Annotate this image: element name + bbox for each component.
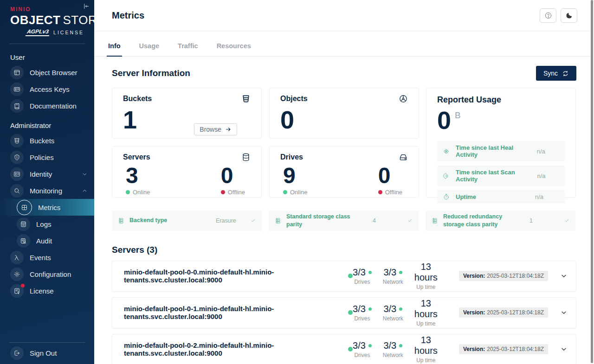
content: Server Information Sync Buckets 1 xyxy=(94,57,594,364)
sidebar-item-configuration[interactable]: Configuration xyxy=(0,266,94,282)
reported-usage-title: Reported Usage xyxy=(437,95,565,105)
tab-resources[interactable]: Resources xyxy=(215,37,252,57)
sign-out-label: Sign Out xyxy=(30,349,57,357)
server-row-1[interactable]: minio-default-pool-0-1.minio-default-hl.… xyxy=(112,297,576,328)
documentation-icon xyxy=(10,99,24,113)
sidebar-item-monitoring[interactable]: Monitoring xyxy=(0,182,94,199)
online-dot xyxy=(283,190,287,194)
version-badge: Version: 2025-03-12T18:04:18Z xyxy=(459,307,548,318)
section-label-administrator: Administrator xyxy=(0,114,94,132)
offline-dot xyxy=(378,190,382,194)
expand-chevron-icon[interactable] xyxy=(560,272,568,280)
sidebar-divider xyxy=(9,44,85,44)
sidebar-item-label: Configuration xyxy=(30,270,71,278)
objects-card-title: Objects xyxy=(280,95,308,103)
sign-out-button[interactable]: Sign Out xyxy=(0,345,94,361)
uptime-stat: 13 hours Up time xyxy=(414,335,438,364)
sidebar-item-label: Policies xyxy=(30,153,54,161)
bucket-icon xyxy=(10,134,24,147)
logs-icon xyxy=(17,217,30,231)
server-endpoint: minio-default-pool-0-0.minio-default-hl.… xyxy=(124,268,344,284)
sidebar-item-label: Access Keys xyxy=(30,85,70,93)
section-label-user: User xyxy=(0,46,94,64)
server-row-2[interactable]: minio-default-pool-0-2.minio-default-hl.… xyxy=(112,334,576,364)
sidebar-collapse-icon[interactable] xyxy=(83,3,90,10)
reported-usage-unit: B xyxy=(455,110,461,121)
sidebar-item-metrics[interactable]: Metrics xyxy=(0,199,94,216)
help-button[interactable] xyxy=(540,8,556,23)
id-card-icon xyxy=(10,167,24,181)
drives-stat: 3/3 Drives xyxy=(353,340,372,358)
scan-icon xyxy=(443,172,450,179)
tab-bar: Info Usage Traffic Resources xyxy=(94,37,594,57)
reported-usage-panel: Reported Usage 0 B Time since last Heal … xyxy=(426,88,576,198)
check-icon xyxy=(251,218,256,223)
server-stats: 3/3 Drives 3/3 Network 13 hours Up time … xyxy=(353,262,568,290)
version-badge: Version: 2025-03-12T18:04:18Z xyxy=(459,271,548,281)
sync-button[interactable]: Sync xyxy=(536,66,576,81)
minio-brand-text: MINIO xyxy=(10,6,84,13)
tab-info[interactable]: Info xyxy=(107,37,122,57)
sidebar-item-buckets[interactable]: Buckets xyxy=(0,132,94,149)
drives-offline-count: 0 xyxy=(378,165,402,187)
drives-online: 9 Online xyxy=(283,165,308,196)
status-dot xyxy=(399,307,402,311)
main-area: Metrics Info Usage Traffic Resources Ser… xyxy=(94,0,594,364)
servers-db-icon xyxy=(241,153,251,162)
sidebar-item-label: Events xyxy=(30,254,51,262)
sidebar-item-events[interactable]: Events xyxy=(0,249,94,266)
sidebar-item-label: Metrics xyxy=(38,204,60,211)
servers-offline: 0 Offline xyxy=(221,165,245,196)
page-title: Metrics xyxy=(112,10,144,21)
minio-console: MINIO OBJECTSTORE AGPLv3 LICENSE User Ob… xyxy=(0,0,594,364)
scrollbar-thumb[interactable] xyxy=(591,0,593,363)
object-browser-icon xyxy=(10,66,24,79)
server-row-0[interactable]: minio-default-pool-0-0.minio-default-hl.… xyxy=(112,261,576,292)
sidebar-item-label: Identity xyxy=(30,170,52,178)
tab-traffic[interactable]: Traffic xyxy=(176,37,200,57)
status-dot xyxy=(368,307,372,311)
expand-chevron-icon[interactable] xyxy=(560,309,568,316)
sidebar-item-access-keys[interactable]: Access Keys xyxy=(0,81,94,97)
stack-icon xyxy=(118,217,124,224)
objects-icon xyxy=(399,94,408,103)
reduced-redundancy-parity-bar: Reduced redundancy storage class parity … xyxy=(426,211,575,231)
sidebar-item-license[interactable]: License xyxy=(0,282,94,299)
buckets-card: Buckets 1 Browse xyxy=(112,88,262,139)
sidebar-item-policies[interactable]: Policies xyxy=(0,149,94,166)
sidebar-item-documentation[interactable]: Documentation xyxy=(0,97,94,114)
scrollbar-track xyxy=(590,0,594,364)
server-online-dot xyxy=(348,347,353,351)
tab-usage[interactable]: Usage xyxy=(138,37,161,57)
server-online-dot xyxy=(348,274,353,278)
expand-chevron-icon[interactable] xyxy=(560,345,568,353)
servers-card-title: Servers xyxy=(123,153,150,161)
license-badge-row: AGPLv3 LICENSE xyxy=(10,28,84,36)
servers-card: Servers 3 Online 0 Offline xyxy=(112,146,262,198)
drive-icon xyxy=(399,153,408,162)
sidebar-item-identity[interactable]: Identity xyxy=(0,166,94,182)
dark-mode-toggle[interactable] xyxy=(561,8,577,23)
sidebar-item-logs[interactable]: Logs xyxy=(0,216,94,232)
sidebar-item-label: Object Browser xyxy=(30,69,77,77)
shield-icon xyxy=(10,151,24,164)
browse-button[interactable]: Browse xyxy=(194,123,237,135)
sync-label: Sync xyxy=(543,70,558,77)
arrow-right-icon xyxy=(225,126,232,133)
scan-activity-row: Time since last Scan Activity n/a xyxy=(437,166,565,186)
stack-icon xyxy=(432,217,438,224)
topbar: Metrics xyxy=(94,0,594,31)
section-title: Server Information xyxy=(112,68,190,78)
drives-stat: 3/3 Drives xyxy=(353,304,372,322)
server-information-header: Server Information Sync xyxy=(112,66,576,81)
uptime-stat: 13 hours Up time xyxy=(414,262,438,290)
access-keys-icon xyxy=(10,83,24,96)
dashboard-grid: Buckets 1 Browse Objects xyxy=(112,88,576,198)
sidebar-item-audit[interactable]: Audit xyxy=(0,232,94,249)
bucket-icon xyxy=(241,94,251,103)
sidebar-item-object-browser[interactable]: Object Browser xyxy=(0,64,94,81)
status-dot xyxy=(399,271,402,274)
heal-activity-row: Time since last Heal Activity n/a xyxy=(437,141,565,161)
lambda-icon xyxy=(10,251,24,264)
status-dot xyxy=(399,344,402,347)
